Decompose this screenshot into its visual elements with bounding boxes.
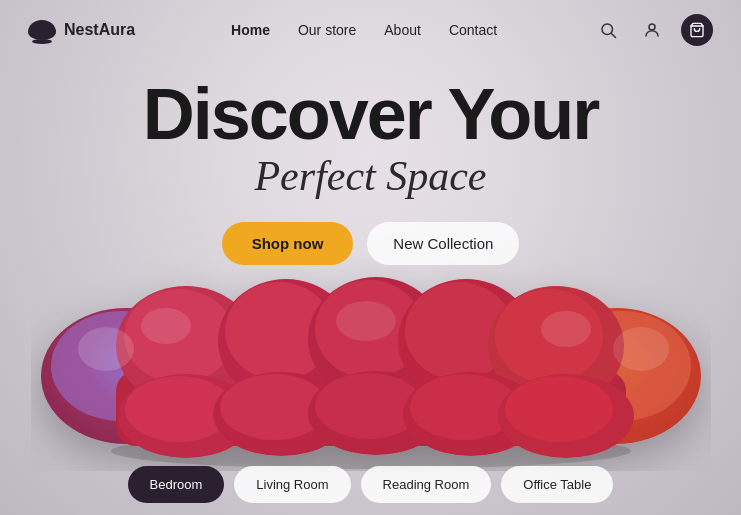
nav-home[interactable]: Home — [231, 22, 270, 38]
nav-store[interactable]: Our store — [298, 22, 356, 38]
nav-icons — [593, 14, 713, 46]
brand-logo[interactable]: NestAura — [28, 20, 135, 40]
hero-buttons: Shop now New Collection — [0, 222, 741, 265]
category-reading-room[interactable]: Reading Room — [361, 466, 492, 503]
hero-section: Discover Your Perfect Space Shop now New… — [0, 60, 741, 265]
search-icon — [599, 21, 617, 39]
svg-point-0 — [602, 24, 613, 35]
svg-point-30 — [141, 308, 191, 344]
svg-point-31 — [336, 301, 396, 341]
user-icon — [643, 21, 661, 39]
user-button[interactable] — [637, 15, 667, 45]
hero-title-line1: Discover Your — [0, 78, 741, 150]
svg-point-34 — [613, 327, 669, 371]
category-bar: Bedroom Living Room Reading Room Office … — [0, 466, 741, 515]
nav-links: Home Our store About Contact — [231, 21, 497, 39]
logo-icon — [28, 20, 56, 40]
category-bedroom[interactable]: Bedroom — [128, 466, 225, 503]
nav-about[interactable]: About — [384, 22, 421, 38]
svg-point-29 — [505, 376, 613, 442]
nav-contact[interactable]: Contact — [449, 22, 497, 38]
navbar: NestAura Home Our store About Contact — [0, 0, 741, 60]
svg-line-1 — [612, 34, 616, 38]
svg-point-2 — [649, 24, 655, 30]
category-living-room[interactable]: Living Room — [234, 466, 350, 503]
search-button[interactable] — [593, 15, 623, 45]
cart-button[interactable] — [681, 14, 713, 46]
svg-point-33 — [78, 327, 134, 371]
shop-now-button[interactable]: Shop now — [222, 222, 354, 265]
svg-point-32 — [541, 311, 591, 347]
brand-name: NestAura — [64, 21, 135, 39]
category-office-table[interactable]: Office Table — [501, 466, 613, 503]
new-collection-button[interactable]: New Collection — [367, 222, 519, 265]
cart-icon — [689, 22, 705, 38]
hero-title-line2: Perfect Space — [0, 152, 741, 200]
